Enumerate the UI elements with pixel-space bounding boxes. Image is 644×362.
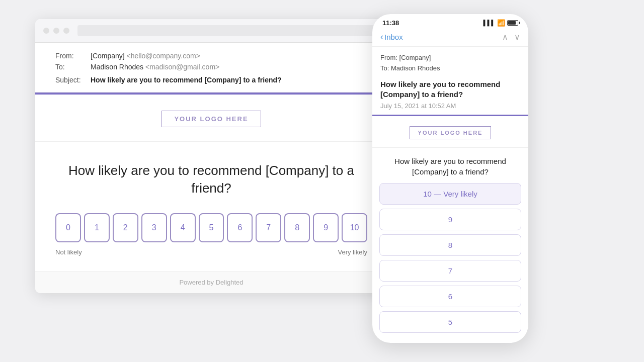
desktop-logo-placeholder: YOUR LOGO HERE [162, 111, 261, 127]
nps-button-7[interactable]: 7 [256, 213, 281, 242]
subject-text: How likely are you to recommend [Company… [91, 76, 282, 84]
nav-arrows: ∧ ∨ [502, 32, 520, 42]
nps-question: How likely are you to recommend [Company… [55, 162, 367, 197]
nps-button-2[interactable]: 2 [113, 213, 138, 242]
to-name: Madison Rhodes [91, 63, 143, 71]
desktop-email-client: From: [Company] <hello@company.com> To: … [35, 19, 387, 293]
phone-email-subject: How likely are you to recommend [Company… [372, 76, 528, 101]
phone-nps-option-4[interactable]: 6 [379, 286, 521, 307]
phone-from: From: [Company] [380, 53, 520, 63]
dot-red [43, 28, 49, 34]
from-name: [Company] [91, 52, 125, 60]
arrow-up-icon[interactable]: ∧ [502, 32, 508, 42]
mobile-phone: 11:38 ▌▌▌ 📶 ‹ Inbox ∧ ∨ From: [Company] [372, 14, 528, 343]
phone-nps-options: 10 — Very likely98765 [372, 183, 528, 333]
wifi-icon: 📶 [497, 19, 505, 27]
phone-nav-bar: ‹ Inbox ∧ ∨ [372, 30, 528, 47]
phone-nps-question: How likely are you to recommend [Company… [372, 148, 528, 183]
phone-logo-section: YOUR LOGO HERE [372, 116, 528, 148]
chevron-left-icon: ‹ [380, 32, 383, 42]
phone-email-meta: From: [Company] To: Madison Rhodes [372, 47, 528, 77]
nps-button-4[interactable]: 4 [170, 213, 196, 242]
from-row: From: [Company] <hello@company.com> [55, 52, 367, 60]
phone-nps-option-2[interactable]: 8 [379, 234, 521, 256]
nps-section: How likely are you to recommend [Company… [35, 142, 387, 271]
nps-button-1[interactable]: 1 [84, 213, 110, 242]
nps-button-0[interactable]: 0 [55, 213, 81, 242]
arrow-down-icon[interactable]: ∨ [514, 32, 520, 42]
battery-icon [507, 20, 518, 26]
address-bar[interactable] [77, 25, 379, 36]
phone-nps-option-3[interactable]: 7 [379, 260, 521, 282]
phone-status-bar: 11:38 ▌▌▌ 📶 [372, 14, 528, 30]
signal-icon: ▌▌▌ [484, 20, 495, 26]
nps-button-8[interactable]: 8 [284, 213, 310, 242]
from-value: [Company] <hello@company.com> [91, 52, 200, 60]
nps-button-6[interactable]: 6 [227, 213, 253, 242]
from-email: <hello@company.com> [127, 52, 200, 60]
phone-nps-option-5[interactable]: 5 [379, 311, 521, 333]
subject-row: Subject: How likely are you to recommend… [55, 76, 367, 84]
to-email: <madison@gmail.com> [145, 63, 219, 71]
battery-fill [508, 21, 516, 25]
from-label: From: [55, 52, 91, 60]
back-button[interactable]: ‹ Inbox [380, 32, 403, 42]
dot-yellow [53, 28, 59, 34]
phone-logo-placeholder: YOUR LOGO HERE [410, 126, 492, 139]
email-body: YOUR LOGO HERE How likely are you to rec… [35, 95, 387, 271]
nps-button-5[interactable]: 5 [199, 213, 224, 242]
status-icons: ▌▌▌ 📶 [484, 19, 518, 27]
back-label: Inbox [384, 33, 403, 41]
phone-nps-option-0[interactable]: 10 — Very likely [379, 183, 521, 205]
email-headers: From: [Company] <hello@company.com> To: … [35, 43, 387, 93]
nps-buttons: 012345678910 [55, 213, 367, 242]
subject-label: Subject: [55, 76, 91, 84]
footer-text: Powered by Delighted [179, 279, 243, 286]
phone-to: To: Madison Rhodes [380, 63, 520, 74]
to-label: To: [55, 63, 91, 71]
to-row: To: Madison Rhodes <madison@gmail.com> [55, 63, 367, 71]
titlebar [35, 19, 387, 43]
nps-labels: Not likely Very likely [55, 248, 367, 256]
nps-button-9[interactable]: 9 [313, 213, 339, 242]
dot-green [63, 28, 69, 34]
email-footer: Powered by Delighted [35, 271, 387, 293]
nps-button-10[interactable]: 10 [342, 213, 367, 242]
phone-email-date: July 15, 2021 at 10:52 AM [372, 101, 528, 115]
phone-nps-option-1[interactable]: 9 [379, 209, 521, 230]
label-very-likely: Very likely [338, 248, 367, 256]
phone-time: 11:38 [382, 19, 399, 27]
to-value: Madison Rhodes <madison@gmail.com> [91, 63, 219, 71]
label-not-likely: Not likely [55, 248, 82, 256]
logo-section: YOUR LOGO HERE [35, 95, 387, 142]
nps-button-3[interactable]: 3 [141, 213, 167, 242]
scene: From: [Company] <hello@company.com> To: … [35, 19, 609, 343]
